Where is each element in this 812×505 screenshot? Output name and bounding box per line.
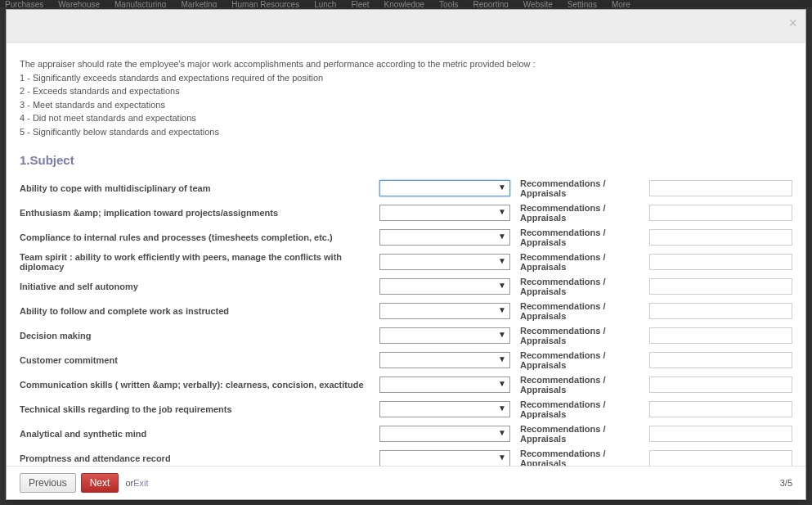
close-icon[interactable]: × — [788, 15, 797, 32]
question-label: Customer commitment — [20, 355, 379, 365]
rating-select[interactable] — [379, 450, 510, 466]
top-menu: PurchasesWarehouseManufacturingMarketing… — [0, 0, 812, 7]
next-button[interactable]: Next — [81, 473, 119, 493]
top-menu-item[interactable]: Knowledge — [384, 0, 424, 7]
question-row: Ability to follow and complete work as i… — [20, 301, 792, 321]
rating-select[interactable] — [379, 205, 510, 221]
rating-select[interactable] — [379, 229, 510, 246]
top-menu-item[interactable]: Purchases — [5, 0, 43, 7]
recommendations-input[interactable] — [649, 352, 792, 368]
recommendations-label: Recommendations / Appraisals — [510, 350, 649, 370]
question-row: Promptness and attendance recordRecommen… — [20, 449, 792, 466]
recommendations-label: Recommendations / Appraisals — [510, 301, 649, 321]
recommendations-input[interactable] — [649, 254, 792, 270]
recommendations-input[interactable] — [649, 327, 792, 344]
modal-header: × — [7, 10, 805, 43]
modal-dialog: × The appraiser should rate the employee… — [6, 9, 806, 500]
rating-select[interactable] — [379, 327, 510, 344]
question-label: Compliance to internal rules and process… — [20, 232, 379, 242]
question-label: Decision making — [20, 331, 379, 340]
previous-button[interactable]: Previous — [20, 473, 76, 493]
instructions-intro: The appraiser should rate the employee's… — [20, 57, 792, 71]
top-menu-item[interactable]: Tools — [439, 0, 458, 7]
question-row: Customer commitmentRecommendations / App… — [20, 350, 792, 370]
instructions-line: 3 - Meet standards and expectations — [20, 98, 792, 112]
top-menu-item[interactable]: Website — [523, 0, 553, 7]
recommendations-label: Recommendations / Appraisals — [510, 326, 649, 345]
recommendations-label: Recommendations / Appraisals — [510, 449, 649, 466]
question-label: Ability to cope with multidisciplinary o… — [20, 183, 379, 193]
recommendations-input[interactable] — [649, 180, 792, 196]
recommendations-label: Recommendations / Appraisals — [510, 228, 649, 247]
or-text: or — [125, 478, 133, 488]
rating-select[interactable] — [379, 352, 510, 368]
top-menu-item[interactable]: More — [612, 0, 630, 7]
top-menu-item[interactable]: Human Resources — [231, 0, 299, 7]
recommendations-input[interactable] — [649, 303, 792, 319]
question-row: Initiative and self autonomyRecommendati… — [20, 277, 792, 296]
question-label: Communication skills ( written &amp; ver… — [20, 380, 379, 390]
question-label: Analytical and synthetic mind — [20, 429, 379, 439]
questions-list: Ability to cope with multidisciplinary o… — [20, 178, 792, 466]
modal-footer: Previous Next orExit 3/5 — [7, 466, 805, 499]
rating-select[interactable] — [379, 376, 510, 393]
recommendations-input[interactable] — [649, 376, 792, 393]
top-menu-item[interactable]: Manufacturing — [114, 0, 166, 7]
recommendations-label: Recommendations / Appraisals — [510, 424, 649, 444]
recommendations-label: Recommendations / Appraisals — [510, 178, 649, 198]
question-row: Analytical and synthetic mindRecommendat… — [20, 424, 792, 444]
top-menu-item[interactable]: Reporting — [473, 0, 508, 7]
question-row: Enthusiasm &amp; implication toward proj… — [20, 203, 792, 223]
instructions-block: The appraiser should rate the employee's… — [20, 57, 792, 138]
recommendations-label: Recommendations / Appraisals — [510, 252, 649, 272]
rating-select[interactable] — [379, 426, 510, 442]
question-label: Ability to follow and complete work as i… — [20, 306, 379, 316]
instructions-line: 1 - Significantly exceeds standards and … — [20, 71, 792, 85]
question-row: Team spirit : ability to work efficientl… — [20, 252, 792, 272]
rating-select[interactable] — [379, 278, 510, 295]
recommendations-input[interactable] — [649, 205, 792, 221]
question-label: Team spirit : ability to work efficientl… — [20, 252, 379, 272]
top-menu-item[interactable]: Settings — [568, 0, 597, 7]
top-menu-item[interactable]: Warehouse — [58, 0, 100, 7]
section-title: 1.Subject — [20, 153, 792, 167]
question-row: Compliance to internal rules and process… — [20, 228, 792, 247]
recommendations-input[interactable] — [649, 401, 792, 417]
recommendations-label: Recommendations / Appraisals — [510, 277, 649, 296]
instructions-line: 4 - Did not meet standards and expectati… — [20, 111, 792, 125]
recommendations-label: Recommendations / Appraisals — [510, 375, 649, 395]
rating-select[interactable] — [379, 180, 510, 196]
recommendations-input[interactable] — [649, 450, 792, 466]
question-row: Communication skills ( written &amp; ver… — [20, 375, 792, 395]
recommendations-input[interactable] — [649, 426, 792, 442]
recommendations-input[interactable] — [649, 278, 792, 295]
rating-select[interactable] — [379, 254, 510, 270]
modal-body: The appraiser should rate the employee's… — [7, 43, 805, 466]
recommendations-label: Recommendations / Appraisals — [510, 203, 649, 223]
exit-link[interactable]: Exit — [133, 478, 148, 488]
question-label: Initiative and self autonomy — [20, 282, 379, 291]
instructions-line: 2 - Exceeds standards and expectations — [20, 84, 792, 98]
question-row: Ability to cope with multidisciplinary o… — [20, 178, 792, 198]
question-label: Enthusiasm &amp; implication toward proj… — [20, 208, 379, 218]
top-menu-item[interactable]: Marketing — [181, 0, 217, 7]
recommendations-input[interactable] — [649, 229, 792, 246]
instructions-line: 5 - Significantly below standards and ex… — [20, 125, 792, 139]
question-label: Technical skills regarding to the job re… — [20, 404, 379, 414]
rating-select[interactable] — [379, 303, 510, 319]
page-indicator: 3/5 — [780, 478, 792, 488]
question-row: Technical skills regarding to the job re… — [20, 399, 792, 419]
rating-select[interactable] — [379, 401, 510, 417]
question-row: Decision makingRecommendations / Apprais… — [20, 326, 792, 345]
recommendations-label: Recommendations / Appraisals — [510, 399, 649, 419]
top-menu-item[interactable]: Lunch — [314, 0, 336, 7]
top-menu-item[interactable]: Fleet — [351, 0, 369, 7]
question-label: Promptness and attendance record — [20, 453, 379, 463]
